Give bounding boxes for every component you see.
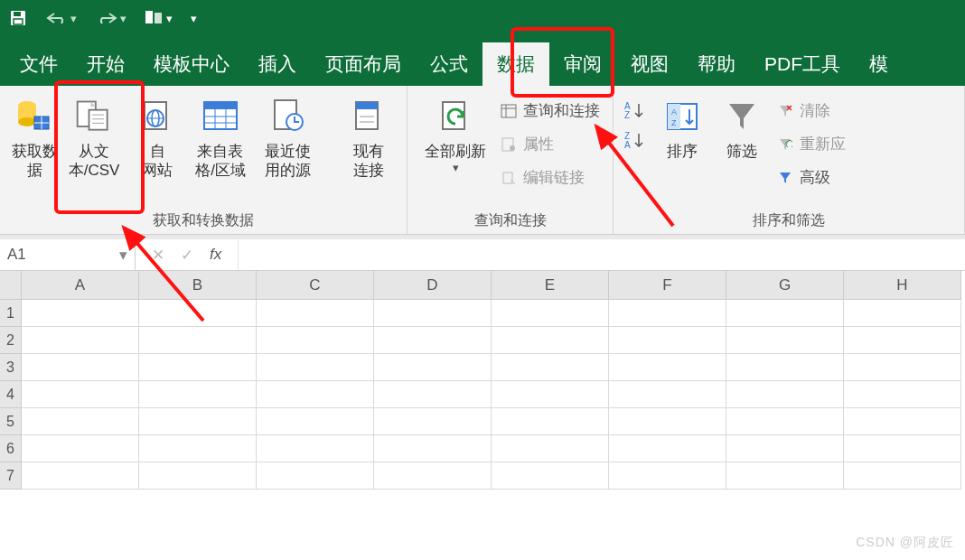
cell[interactable] <box>257 462 374 490</box>
filter-button[interactable]: 筛选 <box>713 91 771 161</box>
col-header[interactable]: E <box>492 271 609 300</box>
cell[interactable] <box>139 435 257 462</box>
row-header[interactable]: 6 <box>0 435 22 462</box>
cell[interactable] <box>492 408 609 435</box>
tab-formulas[interactable]: 公式 <box>416 42 482 86</box>
undo-icon[interactable]: ▾ <box>45 7 77 29</box>
row-header[interactable]: 5 <box>0 408 22 435</box>
cell[interactable] <box>844 435 961 462</box>
save-icon[interactable] <box>9 7 27 29</box>
cell[interactable] <box>844 408 961 435</box>
cell[interactable] <box>374 462 492 490</box>
cell[interactable] <box>492 300 609 327</box>
cell[interactable] <box>609 462 726 490</box>
tab-view[interactable]: 视图 <box>616 42 683 86</box>
from-table-range-button[interactable]: 来自表 格/区域 <box>188 91 253 181</box>
cell[interactable] <box>844 300 961 327</box>
cell[interactable] <box>139 327 257 354</box>
cell[interactable] <box>609 327 726 354</box>
cell[interactable] <box>374 327 492 354</box>
cell[interactable] <box>139 462 257 490</box>
cell[interactable] <box>374 354 492 381</box>
cell[interactable] <box>726 327 844 354</box>
col-header[interactable]: G <box>726 271 844 300</box>
cell[interactable] <box>609 300 726 327</box>
cell[interactable] <box>609 408 726 435</box>
col-header[interactable]: B <box>139 271 257 300</box>
toolbar-extra-icon[interactable]: ▾ <box>145 7 173 29</box>
tab-review[interactable]: 审阅 <box>549 42 616 86</box>
tab-layout[interactable]: 页面布局 <box>311 42 416 86</box>
cell[interactable] <box>726 462 844 490</box>
cell[interactable] <box>609 435 726 462</box>
sort-asc-icon[interactable]: AZ <box>623 100 646 123</box>
cell[interactable] <box>726 381 844 408</box>
cell[interactable] <box>257 327 374 354</box>
tab-pdf[interactable]: PDF工具 <box>750 42 855 86</box>
cell[interactable] <box>139 354 257 381</box>
from-text-csv-button[interactable]: 从文 本/CSV <box>61 91 126 181</box>
cell[interactable] <box>726 408 844 435</box>
tab-data[interactable]: 数据 <box>482 42 549 86</box>
tab-home[interactable]: 开始 <box>72 42 139 86</box>
redo-icon[interactable]: ▾ <box>95 7 126 29</box>
cell[interactable] <box>492 462 609 490</box>
col-header[interactable]: D <box>374 271 492 300</box>
col-header[interactable]: A <box>22 271 139 300</box>
row-header[interactable]: 3 <box>0 354 22 381</box>
cell[interactable] <box>726 435 844 462</box>
tab-more[interactable]: 模 <box>855 42 903 86</box>
cell[interactable] <box>492 327 609 354</box>
cell[interactable] <box>257 435 374 462</box>
cell[interactable] <box>139 300 257 327</box>
cell[interactable] <box>374 381 492 408</box>
name-box-dropdown-icon[interactable]: ▾ <box>119 246 127 265</box>
cell[interactable] <box>374 408 492 435</box>
cell[interactable] <box>844 354 961 381</box>
col-header[interactable]: F <box>609 271 726 300</box>
cell[interactable] <box>22 381 139 408</box>
cell[interactable] <box>139 408 257 435</box>
cell[interactable] <box>609 381 726 408</box>
cell[interactable] <box>139 381 257 408</box>
get-data-button[interactable]: 获取数 据 <box>9 91 60 181</box>
cell[interactable] <box>609 354 726 381</box>
cell[interactable] <box>257 381 374 408</box>
cell[interactable] <box>22 327 139 354</box>
cell[interactable] <box>492 435 609 462</box>
row-header[interactable]: 4 <box>0 381 22 408</box>
cell[interactable] <box>257 408 374 435</box>
row-header[interactable]: 1 <box>0 300 22 327</box>
tab-file[interactable]: 文件 <box>5 42 72 86</box>
fx-icon[interactable]: fx <box>210 246 221 264</box>
advanced-filter-button[interactable]: 高级 <box>773 163 849 191</box>
formula-input[interactable] <box>239 239 965 270</box>
tab-insert[interactable]: 插入 <box>244 42 311 86</box>
refresh-all-button[interactable]: 全部刷新 ▾ <box>417 91 494 174</box>
sort-desc-icon[interactable]: ZA <box>623 130 646 153</box>
customize-qat-icon[interactable]: ▾ <box>191 7 197 29</box>
cell[interactable] <box>726 300 844 327</box>
cell[interactable] <box>844 381 961 408</box>
row-header[interactable]: 7 <box>0 462 22 490</box>
select-all-corner[interactable] <box>0 271 22 300</box>
cell[interactable] <box>22 300 139 327</box>
col-header[interactable]: H <box>844 271 961 300</box>
from-web-button[interactable]: 自 网站 <box>128 91 186 181</box>
sort-button[interactable]: AZ 排序 <box>653 91 711 161</box>
col-header[interactable]: C <box>257 271 374 300</box>
spreadsheet-grid[interactable]: ABCDEFGH 1234567 <box>0 271 965 490</box>
tab-templates[interactable]: 模板中心 <box>139 42 244 86</box>
queries-connections-button[interactable]: 查询和连接 <box>496 97 604 125</box>
cell[interactable] <box>22 408 139 435</box>
cell[interactable] <box>22 462 139 490</box>
cell[interactable] <box>492 354 609 381</box>
recent-sources-button[interactable]: 最近使 用的源 <box>255 91 320 181</box>
cell[interactable] <box>257 300 374 327</box>
cell[interactable] <box>492 381 609 408</box>
cell[interactable] <box>844 327 961 354</box>
row-header[interactable]: 2 <box>0 327 22 354</box>
cell[interactable] <box>22 354 139 381</box>
existing-connections-button[interactable]: 现有 连接 <box>340 91 398 181</box>
cell[interactable] <box>257 354 374 381</box>
